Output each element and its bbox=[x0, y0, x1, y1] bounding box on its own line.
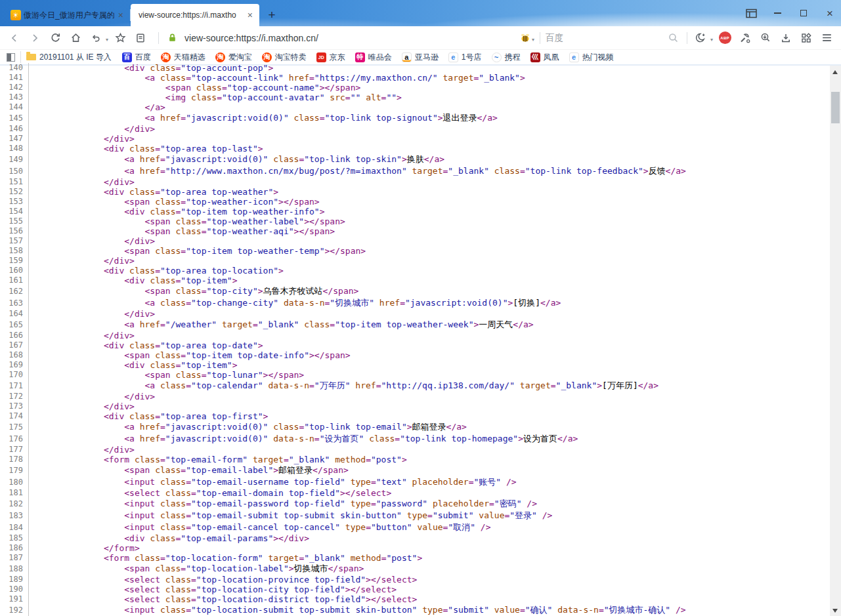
chevron-down-icon[interactable]: ▾ bbox=[106, 37, 108, 43]
bee-search-engine-icon[interactable] bbox=[517, 30, 533, 46]
line-number: 146 bbox=[0, 124, 29, 134]
download-icon[interactable] bbox=[778, 30, 794, 46]
source-line: <a class="top-account-link" href="https:… bbox=[29, 73, 525, 83]
bookmark-item[interactable]: 百百度 bbox=[122, 52, 151, 63]
bookmark-item[interactable]: a亚马逊 bbox=[402, 52, 439, 63]
source-line: <span class="top-item top-weather-temp">… bbox=[29, 246, 366, 256]
undo-closed-tabs-icon[interactable] bbox=[88, 30, 104, 46]
https-lock-icon[interactable] bbox=[164, 30, 180, 46]
source-row: 186 </form> bbox=[0, 543, 830, 553]
view-source-content: 140 <div class="top-account-pop">141 <a … bbox=[0, 66, 841, 616]
line-number: 142 bbox=[0, 83, 29, 92]
back-icon[interactable] bbox=[7, 30, 22, 46]
bookmark-label: 爱淘宝 bbox=[228, 52, 252, 63]
scrollbar[interactable] bbox=[830, 66, 841, 616]
close-tab-icon[interactable]: × bbox=[117, 10, 125, 20]
line-number: 164 bbox=[0, 309, 29, 319]
scrollbar-thumb[interactable] bbox=[831, 92, 840, 123]
bookmark-item[interactable]: ~携程 bbox=[492, 52, 521, 63]
source-row: 161 <div class="top-item"> bbox=[0, 276, 830, 285]
search-input[interactable] bbox=[546, 33, 666, 43]
notes-icon[interactable] bbox=[133, 30, 148, 46]
line-number: 141 bbox=[0, 73, 29, 83]
bookmark-label: 携程 bbox=[505, 52, 521, 63]
source-row: 144 </a> bbox=[0, 102, 830, 112]
source-row: 171 <a class="top-calendar" data-s-n="万年… bbox=[0, 380, 830, 392]
source-row: 148 <div class="top-area top-last"> bbox=[0, 144, 830, 154]
url-input[interactable] bbox=[184, 33, 517, 43]
source-line: <input class="top-email-username top-fie… bbox=[29, 476, 517, 488]
maximize-button[interactable] bbox=[798, 7, 809, 19]
source-line: <a href="/weather" target="_blank" class… bbox=[29, 319, 534, 331]
resource-sniffer-icon[interactable] bbox=[758, 30, 773, 46]
scroll-up-arrow-icon[interactable] bbox=[832, 70, 838, 74]
source-line: <form class="top-location-form" target="… bbox=[29, 553, 422, 563]
apps-grid-icon[interactable] bbox=[798, 30, 814, 46]
line-number: 180 bbox=[0, 476, 29, 488]
chevron-down-icon[interactable]: ▾ bbox=[532, 37, 534, 43]
line-number: 170 bbox=[0, 370, 29, 380]
jd-icon: JD bbox=[316, 52, 326, 62]
home-icon[interactable] bbox=[68, 30, 83, 46]
address-bar[interactable] bbox=[164, 30, 517, 46]
line-number: 192 bbox=[0, 604, 29, 616]
favorites-star-icon[interactable] bbox=[112, 30, 128, 46]
bookmark-item[interactable]: 特唯品会 bbox=[355, 52, 392, 63]
search-icon[interactable] bbox=[666, 30, 681, 46]
source-line: <span class="top-item top-date-info"></s… bbox=[29, 350, 351, 360]
ie-e-icon: e bbox=[569, 52, 579, 62]
source-row: 156 <span class="top-weather-aqi"></span… bbox=[0, 226, 830, 236]
bookmark-item[interactable]: JD京东 bbox=[316, 52, 345, 63]
source-row: 179 <span class="top-email-label">邮箱登录</… bbox=[0, 464, 830, 476]
forward-icon[interactable] bbox=[27, 30, 43, 46]
bookmark-item[interactable]: 巛凤凰 bbox=[530, 52, 559, 63]
source-row: 149 <a href="javascript:void(0)" class="… bbox=[0, 154, 830, 165]
source-row: 177 </div> bbox=[0, 445, 830, 455]
panel-layout-icon[interactable] bbox=[745, 7, 757, 19]
line-number: 147 bbox=[0, 134, 29, 144]
source-line: <a class="top-change-city" data-s-n="切换城… bbox=[29, 297, 561, 309]
bookmark-item[interactable]: e1号店 bbox=[448, 52, 482, 63]
source-row: 187 <form class="top-location-form" targ… bbox=[0, 553, 830, 563]
source-row: 159 </div> bbox=[0, 256, 830, 266]
bookmark-label: 百度 bbox=[135, 52, 151, 63]
minimize-button[interactable] bbox=[771, 7, 783, 19]
line-number: 187 bbox=[0, 553, 29, 563]
bookmark-folder-import[interactable]: 20191101 从 IE 导入 bbox=[26, 52, 112, 63]
source-line: <div class="top-item top-weather-info"> bbox=[29, 207, 325, 216]
refresh-icon[interactable] bbox=[47, 30, 63, 46]
wrench-fix-icon[interactable] bbox=[737, 30, 753, 46]
source-row: 146 </div> bbox=[0, 124, 830, 134]
line-number: 179 bbox=[0, 464, 29, 476]
tab-view-source[interactable]: view-source:https://i.maxtho × bbox=[131, 4, 259, 26]
night-mode-moon-icon[interactable] bbox=[693, 30, 708, 46]
adblock-plus-icon[interactable]: ABP bbox=[717, 30, 733, 46]
bookmark-item[interactable]: 淘爱淘宝 bbox=[215, 52, 252, 63]
bookmark-label: 唯品会 bbox=[368, 52, 392, 63]
tab-maxthon-today[interactable]: ☀ 傲游今日_傲游用户专属的网 × bbox=[5, 4, 130, 26]
chevron-down-icon[interactable]: ▾ bbox=[710, 37, 713, 43]
bookmark-item[interactable]: 淘淘宝特卖 bbox=[262, 52, 307, 63]
panel-layout-icon-svg bbox=[746, 9, 757, 18]
line-number: 184 bbox=[0, 522, 29, 533]
bookmark-item[interactable]: 淘天猫精选 bbox=[161, 52, 205, 63]
amazon-icon: a bbox=[402, 52, 412, 62]
favorites-panel-toggle-icon[interactable] bbox=[7, 53, 15, 62]
ie-e-icon: e bbox=[448, 52, 458, 62]
source-line: </div> bbox=[29, 401, 135, 411]
line-number: 163 bbox=[0, 297, 29, 309]
source-row: 164 </div> bbox=[0, 309, 830, 319]
source-row: 145 <a href="javascript:void(0)" class="… bbox=[0, 112, 830, 124]
line-number: 190 bbox=[0, 585, 29, 594]
bookmark-item[interactable]: e热门视频 bbox=[569, 52, 614, 63]
notes-icon-svg bbox=[135, 33, 146, 43]
close-tab-icon[interactable]: × bbox=[246, 10, 254, 20]
scroll-down-arrow-icon[interactable] bbox=[832, 609, 838, 613]
main-menu-icon[interactable] bbox=[819, 30, 834, 46]
close-window-button[interactable]: × bbox=[824, 7, 836, 19]
search-box[interactable]: ▾ bbox=[517, 30, 681, 46]
line-number: 174 bbox=[0, 411, 29, 421]
new-tab-button[interactable]: + bbox=[263, 4, 280, 26]
bookmark-label: 亚马逊 bbox=[415, 52, 439, 63]
line-number: 178 bbox=[0, 455, 29, 464]
